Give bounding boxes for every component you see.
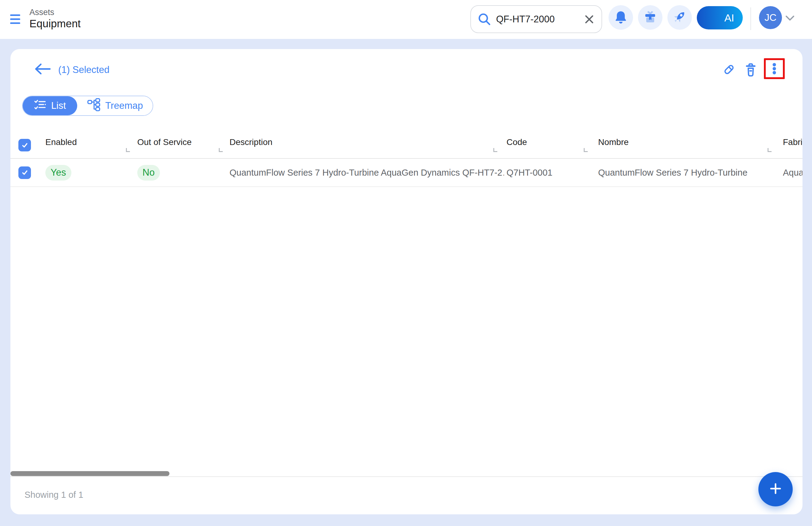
enabled-badge: Yes bbox=[45, 165, 71, 181]
column-label: Nombre bbox=[598, 137, 629, 147]
row-cell-select bbox=[11, 159, 35, 186]
edit-button[interactable] bbox=[721, 63, 735, 78]
annotation-highlight-box bbox=[764, 58, 785, 79]
table-header-row: Enabled Out of Service Description Code … bbox=[11, 132, 802, 159]
announcements-button[interactable] bbox=[667, 5, 692, 30]
breadcrumb: Assets bbox=[29, 8, 81, 17]
rewards-button[interactable] bbox=[638, 5, 663, 30]
bell-icon bbox=[613, 10, 628, 26]
title-block: Assets Equipment bbox=[29, 8, 81, 30]
avatar-initials: JC bbox=[765, 12, 777, 23]
header-cell-nombre[interactable]: Nombre bbox=[594, 132, 778, 158]
view-toggle: List Treemap bbox=[22, 96, 153, 116]
column-label: Enabled bbox=[45, 137, 77, 147]
search-box bbox=[470, 5, 602, 33]
menu-icon[interactable] bbox=[10, 14, 20, 24]
column-label: Code bbox=[507, 137, 527, 147]
showing-count-label: Showing 1 of 1 bbox=[25, 490, 83, 500]
page-title: Equipment bbox=[29, 17, 81, 30]
column-resize-handle[interactable] bbox=[584, 148, 588, 152]
search-icon bbox=[477, 11, 492, 27]
clear-search-icon[interactable] bbox=[584, 14, 595, 25]
topbar-divider bbox=[750, 8, 751, 30]
equipment-card: (1) Selected bbox=[11, 49, 802, 514]
search-input[interactable] bbox=[496, 14, 576, 25]
more-actions-button[interactable] bbox=[767, 61, 782, 76]
org-tree-icon bbox=[87, 98, 101, 114]
column-resize-handle[interactable] bbox=[493, 148, 497, 152]
kebab-menu-icon bbox=[767, 61, 782, 76]
chevron-down-icon[interactable] bbox=[785, 15, 795, 22]
column-resize-handle[interactable] bbox=[219, 148, 223, 152]
ai-button-label: AI bbox=[724, 12, 734, 24]
header-cell-select bbox=[11, 132, 35, 158]
column-label: Fabricante bbox=[783, 137, 802, 147]
horizontal-scrollbar-thumb[interactable] bbox=[11, 471, 170, 476]
header-cell-description[interactable]: Description bbox=[230, 132, 504, 158]
delete-button[interactable] bbox=[743, 61, 759, 79]
row-cell-description: QuantumFlow Series 7 Hydro-Turbine AquaG… bbox=[230, 159, 504, 186]
column-label: Out of Service bbox=[137, 137, 191, 147]
rocket-icon bbox=[672, 10, 687, 26]
notifications-button[interactable] bbox=[609, 5, 633, 30]
checkmark-icon bbox=[21, 169, 29, 176]
plus-icon bbox=[768, 481, 783, 497]
out-of-service-badge: No bbox=[137, 165, 160, 181]
header-cell-out-of-service[interactable]: Out of Service bbox=[137, 132, 230, 158]
trash-icon bbox=[743, 61, 759, 79]
header-cell-code[interactable]: Code bbox=[504, 132, 594, 158]
header-cell-enabled[interactable]: Enabled bbox=[35, 132, 137, 158]
pencil-icon bbox=[721, 63, 735, 78]
selected-count-label[interactable]: (1) Selected bbox=[58, 63, 110, 76]
row-checkbox[interactable] bbox=[18, 167, 31, 179]
tab-list-view[interactable]: List bbox=[23, 96, 77, 115]
row-cell-enabled: Yes bbox=[35, 159, 137, 186]
equipment-table: Enabled Out of Service Description Code … bbox=[11, 132, 802, 187]
tab-list-label: List bbox=[51, 100, 66, 111]
row-cell-nombre: QuantumFlow Series 7 Hydro-Turbine bbox=[594, 159, 778, 186]
row-cell-fabricante: AquaGen Dynamics bbox=[778, 159, 802, 186]
gift-icon bbox=[643, 10, 657, 26]
row-cell-code: Q7HT-0001 bbox=[504, 159, 594, 186]
select-all-checkbox[interactable] bbox=[18, 139, 31, 152]
checkmark-icon bbox=[21, 141, 29, 149]
avatar[interactable]: JC bbox=[759, 6, 782, 29]
add-button[interactable] bbox=[758, 472, 793, 507]
column-resize-handle[interactable] bbox=[126, 148, 130, 152]
row-cell-out-of-service: No bbox=[137, 159, 230, 186]
checklist-icon bbox=[34, 99, 47, 113]
tab-treemap-label: Treemap bbox=[105, 100, 143, 111]
ai-assistant-button[interactable]: AI bbox=[697, 6, 743, 29]
topbar: Assets Equipment bbox=[0, 0, 812, 39]
footer-divider bbox=[11, 477, 802, 477]
tab-treemap-view[interactable]: Treemap bbox=[77, 96, 153, 115]
back-button[interactable] bbox=[33, 62, 52, 75]
header-cell-fabricante[interactable]: Fabricante bbox=[778, 132, 802, 158]
table-row[interactable]: Yes No QuantumFlow Series 7 Hydro-Turbin… bbox=[11, 159, 802, 187]
column-resize-handle[interactable] bbox=[768, 148, 771, 152]
column-label: Description bbox=[230, 137, 272, 147]
